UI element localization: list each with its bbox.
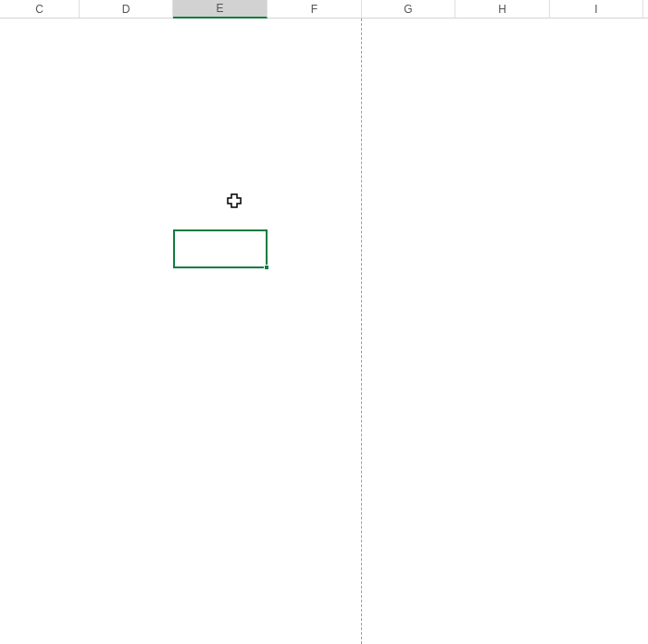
column-header-c[interactable]: C: [0, 0, 80, 18]
page-break-line: [361, 19, 362, 644]
column-header-g[interactable]: G: [362, 0, 455, 18]
active-cell[interactable]: [173, 229, 268, 268]
column-header-h[interactable]: H: [455, 0, 550, 18]
spreadsheet-grid[interactable]: [0, 19, 648, 644]
column-header-d[interactable]: D: [80, 0, 173, 18]
excel-cross-cursor-icon: [227, 193, 242, 208]
column-header-e[interactable]: E: [173, 0, 268, 19]
fill-handle[interactable]: [264, 265, 269, 270]
column-header-i[interactable]: I: [550, 0, 643, 18]
column-header-f[interactable]: F: [268, 0, 362, 18]
column-headers-row: C D E F G H I: [0, 0, 648, 19]
